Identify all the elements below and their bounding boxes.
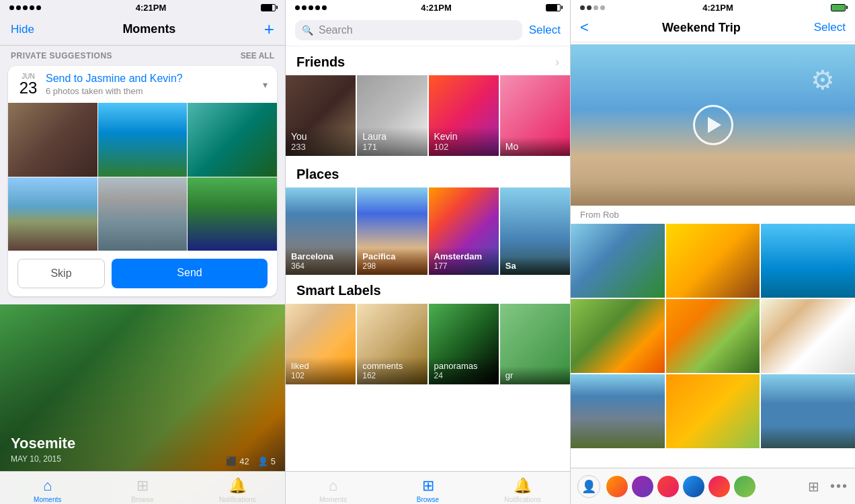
- dot2-5: [322, 5, 327, 10]
- add-button[interactable]: +: [264, 19, 274, 40]
- windmill-icon: ⚙: [811, 65, 835, 95]
- places-title: Places: [296, 167, 339, 182]
- tab-browse-2[interactable]: ⊞ Browse: [380, 473, 475, 503]
- friends-chevron-icon[interactable]: ›: [555, 55, 559, 69]
- friends-section-header: Friends ›: [286, 46, 570, 75]
- back-button[interactable]: <: [580, 19, 589, 36]
- private-label: PRIVATE SUGGESTIONS: [11, 51, 112, 60]
- status-bar-1: 4:21PM: [0, 0, 285, 15]
- trip-photo-3[interactable]: [761, 224, 855, 298]
- skip-button[interactable]: Skip: [17, 259, 105, 288]
- avatar-4[interactable]: [682, 475, 705, 498]
- yosemite-meta: ⬛ 42 👤 5: [226, 456, 276, 466]
- tab-moments[interactable]: ⌂ Moments: [0, 473, 95, 503]
- place-barcelona-overlay: Barcelona 364: [286, 247, 356, 275]
- trip-photo-1[interactable]: [571, 224, 665, 298]
- search-input[interactable]: Search: [319, 24, 516, 36]
- friend-mo[interactable]: Mo: [500, 75, 570, 156]
- dot2-1: [295, 5, 300, 10]
- place-barcelona[interactable]: Barcelona 364: [286, 187, 356, 275]
- tab-notifications-1[interactable]: 🔔 Notifications: [190, 473, 285, 503]
- friends-title: Friends: [296, 54, 345, 70]
- label-liked[interactable]: liked 102: [286, 304, 356, 384]
- select-button-3[interactable]: Select: [814, 21, 846, 34]
- friend-kevin[interactable]: Kevin 102: [429, 75, 499, 156]
- play-button[interactable]: [693, 105, 733, 145]
- dot5: [36, 5, 41, 10]
- avatar-3[interactable]: [657, 475, 680, 498]
- avatar-5[interactable]: [708, 475, 731, 498]
- photo-4: [8, 177, 97, 251]
- photo-3: [188, 103, 277, 177]
- suggestion-title[interactable]: Send to Jasmine and Kevin?: [46, 73, 256, 85]
- hero-video[interactable]: ⚙: [571, 44, 855, 206]
- trip-photo-9[interactable]: [761, 374, 855, 448]
- label-panoramas-count: 24: [434, 371, 493, 380]
- weekend-trip-title: Weekend Trip: [662, 21, 741, 35]
- status-time-2: 4:21PM: [421, 3, 452, 13]
- place-amsterdam[interactable]: Amsterdam 177: [429, 187, 499, 275]
- hide-button[interactable]: Hide: [11, 23, 34, 36]
- more-options-icon[interactable]: •••: [830, 478, 848, 494]
- trip-photo-8[interactable]: [666, 374, 760, 448]
- label-comments[interactable]: comments 162: [357, 304, 427, 384]
- select-button[interactable]: Select: [529, 24, 561, 37]
- label-comments-count: 162: [362, 371, 421, 380]
- photo-2: [98, 103, 188, 177]
- photo-6: [188, 177, 277, 251]
- battery-fill-2: [546, 5, 557, 11]
- search-input-container[interactable]: 🔍 Search: [295, 20, 522, 40]
- chevron-down-icon[interactable]: ▾: [263, 79, 268, 90]
- friend-you-count: 233: [291, 142, 350, 152]
- friend-laura-overlay: Laura 171: [357, 127, 427, 156]
- photo-1: [8, 103, 97, 177]
- place-barcelona-count: 364: [291, 261, 350, 271]
- friend-laura-count: 171: [362, 142, 421, 152]
- label-panoramas[interactable]: panoramas 24: [429, 304, 499, 384]
- trip-photo-4[interactable]: [571, 299, 665, 373]
- add-person-button[interactable]: 👤: [577, 475, 600, 498]
- tab-notifications-2[interactable]: 🔔 Notifications: [475, 473, 570, 503]
- labels-section-header: Smart Labels: [286, 275, 570, 304]
- avatar-row: [606, 475, 803, 498]
- add-photo-icon[interactable]: ⊞: [808, 478, 819, 495]
- photo-5: [98, 177, 188, 251]
- friend-kevin-name: Kevin: [434, 131, 493, 142]
- place-sa[interactable]: Sa: [500, 187, 570, 275]
- trip-photo-2[interactable]: [666, 224, 760, 298]
- tab-notifications-1-label: Notifications: [219, 496, 255, 503]
- label-gr[interactable]: gr: [500, 304, 570, 384]
- trip-photo-5[interactable]: [666, 299, 760, 373]
- phone-1: 4:21PM Hide Moments + PRIVATE SUGGESTION…: [0, 0, 285, 504]
- play-icon: [708, 117, 721, 133]
- dot2: [16, 5, 21, 10]
- friend-you[interactable]: You 233: [286, 75, 356, 156]
- trip-content: ⚙ From Rob: [571, 44, 855, 504]
- dot3-3: [594, 5, 598, 10]
- tab-browse-1[interactable]: ⊞ Browse: [95, 473, 190, 503]
- avatar-6[interactable]: [733, 475, 756, 498]
- avatar-2[interactable]: [631, 475, 654, 498]
- tab-notifications-2-label: Notifications: [504, 496, 540, 503]
- place-amsterdam-overlay: Amsterdam 177: [429, 247, 499, 275]
- battery-1: [261, 4, 276, 11]
- browse-content: Friends › You 233 Laura 171 Kevin 102: [286, 46, 570, 504]
- trip-photo-7[interactable]: [571, 374, 665, 448]
- suggestion-info: Send to Jasmine and Kevin? 6 photos take…: [46, 73, 256, 96]
- status-right-3: [831, 4, 846, 11]
- see-all-button[interactable]: SEE ALL: [241, 51, 274, 60]
- place-sa-overlay: Sa: [500, 257, 570, 275]
- place-pacifica-count: 298: [362, 261, 421, 271]
- trip-photo-grid: [571, 224, 855, 448]
- trip-photo-6[interactable]: [761, 299, 855, 373]
- status-time-1: 4:21PM: [136, 3, 167, 13]
- send-button[interactable]: Send: [112, 259, 268, 288]
- friend-laura[interactable]: Laura 171: [357, 75, 427, 156]
- place-pacifica[interactable]: Pacifica 298: [357, 187, 427, 275]
- dot1: [9, 5, 14, 10]
- tab-moments-2[interactable]: ⌂ Moments: [286, 473, 380, 503]
- place-pacifica-name: Pacifica: [362, 251, 421, 261]
- friends-row: You 233 Laura 171 Kevin 102 Mo: [286, 75, 570, 159]
- avatar-1[interactable]: [606, 475, 628, 498]
- place-amsterdam-count: 177: [434, 261, 493, 271]
